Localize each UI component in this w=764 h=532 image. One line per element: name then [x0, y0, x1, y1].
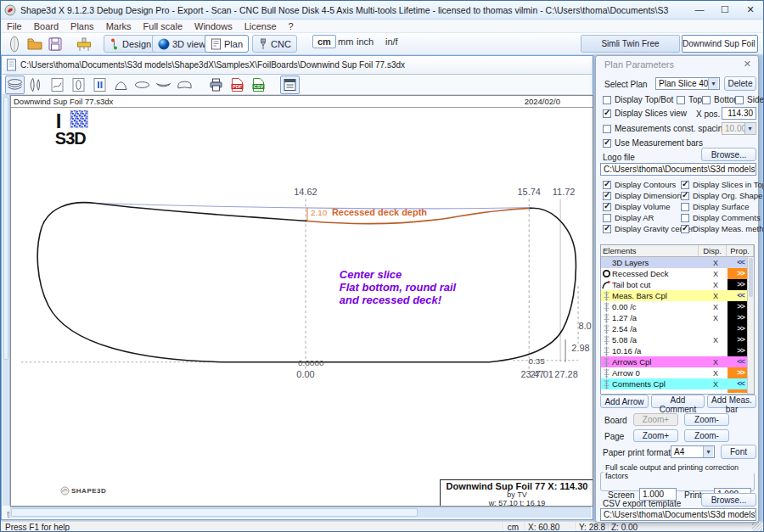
element-row-1-27-a[interactable]: 1.27 /aX>> — [601, 312, 754, 323]
menu-item-windows[interactable]: Windows — [188, 21, 239, 31]
element-row-10-16-a[interactable]: 10.16 /a>> — [601, 345, 754, 356]
panel-close-icon[interactable]: ✕ — [744, 59, 751, 70]
menu-item--[interactable]: ? — [283, 21, 300, 31]
element-row-comments-cpl[interactable]: Comments CplX<< — [601, 378, 754, 389]
board-zoom-in-button[interactable]: Zoom+ — [633, 413, 678, 426]
horizontal-scrollbar[interactable] — [10, 507, 591, 518]
open-folder-icon[interactable] — [26, 36, 43, 53]
horizontal-scrollbar-thumb[interactable] — [11, 508, 418, 517]
page-zoom-in-button[interactable]: Zoom+ — [633, 429, 678, 442]
element-display-flag[interactable]: X — [704, 292, 727, 300]
vertical-scrollbar-thumb[interactable] — [3, 97, 8, 360]
element-display-flag[interactable]: X — [704, 259, 727, 267]
minimize-button[interactable]: — — [687, 1, 712, 19]
plan-button[interactable]: Plan — [205, 35, 249, 53]
add-comment-button[interactable]: Add Comment — [651, 395, 705, 408]
element-display-flag[interactable]: X — [704, 314, 727, 322]
vertical-scrollbar[interactable] — [3, 95, 10, 506]
model-tab-downwind[interactable]: Downwind Sup Foil 77 — [682, 35, 758, 53]
page-zoom-out-button[interactable]: Zoom- — [684, 429, 729, 442]
element-display-flag[interactable]: X — [704, 281, 727, 289]
checkbox-display-surface[interactable]: Display Surface — [681, 202, 750, 211]
checkbox-display-org-shape[interactable]: Display Org. Shape — [681, 191, 762, 200]
logo-path-input[interactable]: C:\Users\thoma\Documents\S3d models\Shap… — [600, 163, 756, 176]
checkbox-display-volume[interactable]: Display Volume — [603, 202, 670, 211]
close-button[interactable]: ✕ — [738, 1, 763, 19]
checkbox-display-ar[interactable]: Display AR — [603, 213, 654, 222]
maximize-button[interactable]: ☐ — [712, 1, 738, 19]
add-arrow-button[interactable]: Add Arrow — [600, 395, 649, 408]
element-row-3d-layers[interactable]: 3D LayersX<< — [601, 257, 754, 268]
menu-item-license[interactable]: License — [239, 21, 283, 31]
menu-item-file[interactable]: File — [1, 21, 28, 31]
checkbox-display-slices-in-top[interactable]: Display Slices in Top — [681, 180, 764, 189]
menu-item-full-scale[interactable]: Full scale — [138, 21, 188, 31]
unit-mm[interactable]: mm — [338, 36, 353, 47]
element-row-5-08-a[interactable]: 5.08 /aX>> — [601, 334, 754, 345]
model-tab-simli[interactable]: Simli Twin Free — [581, 35, 680, 53]
slices-icon[interactable] — [5, 76, 25, 94]
element-display-flag[interactable]: X — [704, 358, 727, 367]
csv-path-input[interactable]: C:\Users\thoma\Documents\S3d models\Shap… — [600, 508, 756, 521]
doc-curve-icon[interactable] — [48, 76, 67, 94]
pdf-icon[interactable]: PDF — [228, 76, 247, 94]
new-board-icon[interactable] — [6, 36, 23, 53]
element-row-0-00-c[interactable]: 0.00 /cX>> — [601, 301, 754, 312]
add-meas-bar-button[interactable]: Add Meas. bar — [707, 395, 756, 408]
doc-outline-icon[interactable] — [69, 76, 88, 94]
element-display-flag[interactable]: X — [704, 303, 727, 311]
arc-icon[interactable] — [111, 76, 131, 94]
ellipse-icon[interactable] — [132, 76, 152, 94]
menu-item-plans[interactable]: Plans — [65, 21, 100, 31]
element-row-meas-bars-cpl[interactable]: Meas. Bars CplX<< — [601, 290, 754, 301]
element-display-flag[interactable]: X — [704, 336, 727, 344]
font-button[interactable]: Font — [721, 445, 756, 459]
checkbox-display-dimensions[interactable]: Display Dimensions — [603, 191, 685, 200]
xpos-input[interactable]: 114.30 — [722, 107, 756, 120]
3d-view-button[interactable]: 3D view — [152, 35, 211, 53]
dish-icon[interactable] — [154, 76, 173, 94]
doc-slice-icon[interactable] — [90, 76, 110, 94]
meas-spacing-dropdown[interactable]: 10.00 — [722, 122, 756, 135]
rounded-icon[interactable] — [175, 76, 194, 94]
comment-text[interactable]: Center slice Flat bottom, round rail and… — [340, 268, 457, 306]
checkbox-display-slices-view[interactable]: Display Slices view — [603, 109, 687, 118]
element-row-2-54-a[interactable]: 2.54 /a>> — [601, 323, 754, 334]
select-plan-dropdown[interactable]: Plan Slice 40° — [655, 77, 720, 90]
csv-browse-button[interactable]: Browse... — [701, 493, 756, 507]
csv-icon[interactable]: CSV — [249, 76, 268, 94]
panel-icon[interactable] — [280, 76, 300, 94]
checkbox-use-meas-bars[interactable]: Use Measurement bars — [603, 138, 703, 148]
checkbox-top[interactable]: Top — [677, 95, 702, 104]
element-row-partial[interactable]: >> — [601, 389, 754, 393]
board-zoom-out-button[interactable]: Zoom- — [684, 413, 729, 426]
machine-icon[interactable] — [76, 36, 93, 53]
checkbox-display-gravity-center[interactable]: Display Gravity center — [603, 224, 694, 233]
menu-item-marks[interactable]: Marks — [100, 21, 138, 31]
elements-scrollbar[interactable] — [747, 257, 754, 394]
logo-browse-button[interactable]: Browse... — [701, 148, 756, 161]
unit-cm[interactable]: cm — [312, 35, 336, 48]
element-row-arrows-cpl[interactable]: Arrows CplX<< — [601, 356, 754, 367]
design-button[interactable]: Design — [104, 35, 157, 53]
checkbox-display-comments[interactable]: Display Comments — [681, 213, 761, 222]
unit-inf[interactable]: in/f — [385, 36, 398, 47]
resize-grip[interactable] — [752, 522, 762, 532]
checkbox-display-contours[interactable]: Display Contours — [603, 180, 676, 189]
elements-scrollbar-thumb[interactable] — [749, 258, 753, 297]
slice-outline[interactable] — [37, 203, 576, 362]
paper-format-dropdown[interactable]: A4 — [671, 445, 715, 458]
foil-sections-icon[interactable] — [26, 76, 46, 94]
element-display-flag[interactable]: X — [704, 369, 727, 378]
element-row-recessed-deck[interactable]: Recessed DeckX>> — [601, 268, 754, 279]
element-display-flag[interactable]: X — [704, 270, 727, 278]
drawing-canvas[interactable]: Downwind Sup Foil 77.s3dx 2024/02/0 — [10, 95, 593, 507]
checkbox-side[interactable]: Side — [735, 95, 764, 104]
element-row-tail-bot-cut[interactable]: Tail bot cutX>> — [601, 279, 754, 290]
checkbox-display-meas-method[interactable]: Display Meas. method — [681, 224, 764, 233]
checkbox-display-top-bot[interactable]: Display Top/Bot — [603, 95, 673, 104]
document-tab[interactable]: C:\Users\thoma\Documents\S3d models\Shap… — [3, 56, 592, 75]
delete-plan-button[interactable]: Delete — [724, 76, 756, 91]
checkbox-meas-spacing[interactable]: Measurements const. spacing — [603, 124, 727, 133]
element-display-flag[interactable]: X — [704, 380, 727, 389]
